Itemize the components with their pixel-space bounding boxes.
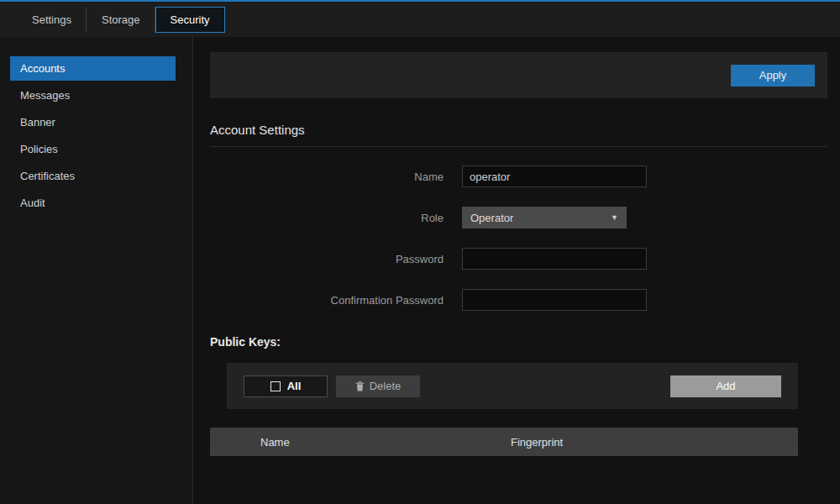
- password-label: Password: [210, 253, 462, 265]
- select-all-label: All: [287, 380, 302, 392]
- column-header-name: Name: [260, 436, 290, 449]
- form-row-name: Name: [210, 165, 840, 187]
- name-label: Name: [210, 171, 462, 183]
- form-row-confirmation-password: Confirmation Password: [210, 289, 840, 311]
- tab-settings[interactable]: Settings: [17, 7, 87, 33]
- sidebar-item-banner[interactable]: Banner: [10, 110, 176, 134]
- page-title: Account Settings: [210, 123, 827, 147]
- confirmation-password-input[interactable]: [462, 289, 647, 311]
- public-keys-toolbar: All Delete Add: [227, 363, 798, 409]
- column-header-fingerprint: Fingerprint: [511, 436, 563, 449]
- top-navigation: Settings Storage Security: [0, 2, 840, 37]
- sidebar-item-accounts[interactable]: Accounts: [10, 56, 176, 81]
- confirmation-password-label: Confirmation Password: [210, 294, 462, 307]
- sidebar-item-policies[interactable]: Policies: [10, 137, 176, 161]
- role-selected-value: Operator: [470, 212, 513, 224]
- checkbox-icon: [270, 381, 281, 391]
- delete-label: Delete: [370, 380, 402, 392]
- public-keys-table-header: Name Fingerprint: [210, 428, 798, 456]
- password-input[interactable]: [462, 248, 647, 270]
- sidebar-item-certificates[interactable]: Certificates: [10, 164, 176, 188]
- sidebar: Accounts Messages Banner Policies Certif…: [0, 37, 193, 504]
- main-content: Apply Account Settings Name Role Operato…: [194, 37, 840, 504]
- security-settings-screen: Settings Storage Security Accounts Messa…: [0, 0, 840, 504]
- tab-storage[interactable]: Storage: [87, 7, 155, 33]
- trash-icon: [355, 381, 365, 391]
- sidebar-item-audit[interactable]: Audit: [10, 191, 176, 215]
- chevron-down-icon: ▼: [611, 213, 618, 222]
- role-select[interactable]: Operator ▼: [462, 207, 627, 228]
- form-row-role: Role Operator ▼: [210, 207, 840, 228]
- apply-toolbar: Apply: [210, 52, 827, 98]
- account-settings-form: Name Role Operator ▼ Password Confirmati…: [210, 165, 840, 311]
- add-button[interactable]: Add: [670, 375, 781, 397]
- name-input[interactable]: [462, 165, 647, 187]
- form-row-password: Password: [210, 248, 840, 270]
- tab-security[interactable]: Security: [155, 7, 225, 33]
- public-keys-title: Public Keys:: [210, 335, 840, 349]
- sidebar-item-messages[interactable]: Messages: [10, 83, 176, 108]
- apply-button[interactable]: Apply: [731, 65, 815, 87]
- role-label: Role: [210, 212, 462, 224]
- select-all-button[interactable]: All: [244, 375, 328, 397]
- delete-button[interactable]: Delete: [336, 375, 420, 397]
